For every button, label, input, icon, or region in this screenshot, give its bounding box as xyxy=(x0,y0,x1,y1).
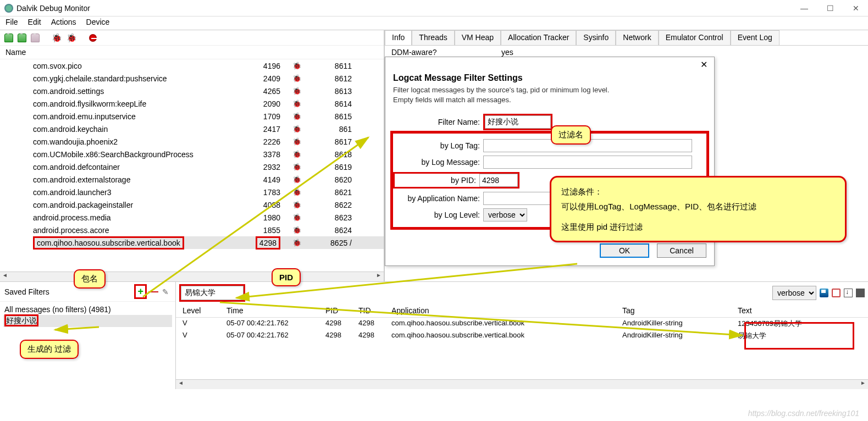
pid-label: by PID: xyxy=(395,176,476,185)
log-msg-input[interactable] xyxy=(483,156,692,169)
col-text: Text xyxy=(734,305,865,316)
process-row[interactable]: com.UCMobile.x86:SearchBackgroundProcess… xyxy=(33,148,384,160)
log-level-select[interactable]: verbose xyxy=(483,208,527,221)
annotation-big-line1: 过滤条件： xyxy=(561,184,835,199)
scroll-lock-icon[interactable] xyxy=(844,289,853,297)
add-filter-icon[interactable]: + xyxy=(134,284,147,299)
tab-info[interactable]: Info xyxy=(385,30,412,45)
log-level-label: by Log Level: xyxy=(393,210,480,219)
dialog-subtitle-1: Filter logcat messages by the source's t… xyxy=(385,85,714,95)
dialog-close-icon[interactable]: ✕ xyxy=(698,59,710,70)
annotation-gen-filter: 生成的 过滤 xyxy=(20,340,79,359)
cancel-button[interactable]: Cancel xyxy=(657,243,706,258)
edit-filter-icon[interactable]: ✎ xyxy=(160,287,171,296)
dialog-title: Logcat Message Filter Settings xyxy=(385,72,714,85)
app-name-label: by Application Name: xyxy=(393,194,480,203)
dialog-subtitle-2: Empty fields will match all messages. xyxy=(385,95,714,105)
device-icon[interactable] xyxy=(4,34,13,42)
col-level: Level xyxy=(179,305,223,316)
stop-icon[interactable] xyxy=(89,34,97,42)
process-row[interactable]: com.ygkj.chelaile.standard:pushservice24… xyxy=(33,72,384,85)
maximize-button[interactable]: ☐ xyxy=(822,3,838,14)
filter-name-label: Filter Name: xyxy=(393,118,480,126)
filter-name-input[interactable] xyxy=(485,115,551,129)
watermark: https://blog.csdn.net/freeking101 xyxy=(748,409,859,418)
process-row[interactable]: com.android.settings4265🐞8613 xyxy=(33,85,384,97)
annotation-pkg: 包名 xyxy=(74,269,106,289)
annotation-text-highlight xyxy=(744,322,854,350)
col-tid: TID xyxy=(355,305,388,316)
process-row[interactable]: com.android.emu.inputservice1709🐞8615 xyxy=(33,110,384,123)
device-icon-2[interactable] xyxy=(18,34,26,42)
process-row[interactable]: com.wandoujia.phoenix22226🐞8617 xyxy=(33,135,384,148)
process-row[interactable]: com.qihoo.haosou.subscribe.vertical.book… xyxy=(33,236,384,249)
process-row[interactable]: com.android.keychain2417🐞861 xyxy=(33,123,384,135)
export-log-icon[interactable] xyxy=(856,289,865,297)
col-tag: Tag xyxy=(619,305,734,316)
log-table-header: Level Time PID TID Application Tag Text xyxy=(176,304,868,318)
tab-allocation-tracker[interactable]: Allocation Tracker xyxy=(501,30,576,45)
annotation-filter-name: 过滤名 xyxy=(551,125,591,145)
annotation-big-line3: 这里使用 pid 进行过滤 xyxy=(561,219,835,234)
save-log-icon[interactable] xyxy=(820,289,828,297)
ddm-aware-label: DDM-aware? xyxy=(391,48,501,57)
tab-sysinfo[interactable]: Sysinfo xyxy=(576,30,616,45)
log-search-extend[interactable] xyxy=(248,286,769,300)
log-scrollbar-x[interactable] xyxy=(176,379,868,389)
process-row[interactable]: com.svox.pico4196🐞8611 xyxy=(33,59,384,72)
log-level-filter[interactable]: verbose xyxy=(772,286,816,300)
debug-icon-2[interactable]: 🐞 xyxy=(67,33,77,43)
process-row[interactable]: android.process.media1980🐞8623 xyxy=(33,211,384,224)
process-row[interactable]: com.android.defcontainer2932🐞8619 xyxy=(33,160,384,173)
tab-event-log[interactable]: Event Log xyxy=(731,30,779,45)
ok-button[interactable]: OK xyxy=(600,243,649,258)
process-row[interactable]: com.android.externalstorage4149🐞8620 xyxy=(33,173,384,186)
remove-filter-icon[interactable]: — xyxy=(147,286,160,297)
device-icon-off[interactable] xyxy=(31,34,40,42)
tab-threads[interactable]: Threads xyxy=(412,30,454,45)
window-titlebar: Dalvik Debug Monitor — ☐ ✕ xyxy=(0,0,868,16)
tab-vm-heap[interactable]: VM Heap xyxy=(455,30,501,45)
minimize-button[interactable]: — xyxy=(796,3,812,14)
annotation-big-line2: 可以使用LogTag、LogMessage、PID、包名进行过滤 xyxy=(561,199,835,214)
col-pid: PID xyxy=(322,305,355,316)
window-title: Dalvik Debug Monitor xyxy=(16,4,796,13)
col-time: Time xyxy=(223,305,322,316)
process-list[interactable]: com.svox.pico4196🐞8611com.ygkj.chelaile.… xyxy=(0,59,384,263)
log-tag-label: by Log Tag: xyxy=(393,141,480,150)
annotation-big: 过滤条件： 可以使用LogTag、LogMessage、PID、包名进行过滤 这… xyxy=(550,176,847,242)
menu-file[interactable]: File xyxy=(5,18,18,29)
tab-emulator-control[interactable]: Emulator Control xyxy=(659,30,731,45)
menubar: File Edit Actions Device xyxy=(0,16,868,30)
right-tabs: InfoThreadsVM HeapAllocation TrackerSysi… xyxy=(385,30,868,46)
pid-input[interactable] xyxy=(479,174,518,187)
close-button[interactable]: ✕ xyxy=(848,3,864,14)
process-toolbar: 🐞 🐞 xyxy=(0,30,384,46)
clear-log-icon[interactable] xyxy=(832,289,841,297)
process-scrollbar-x[interactable] xyxy=(0,272,384,281)
saved-filters-label: Saved Filters xyxy=(4,287,134,296)
process-row[interactable]: android.process.acore1855🐞8624 xyxy=(33,224,384,236)
process-row[interactable]: com.android.launcher31783🐞8621 xyxy=(33,186,384,198)
menu-actions[interactable]: Actions xyxy=(51,18,76,29)
ddm-aware-value: yes xyxy=(501,48,513,57)
log-search-input[interactable] xyxy=(181,286,244,300)
debug-icon[interactable]: 🐞 xyxy=(52,33,62,43)
menu-device[interactable]: Device xyxy=(86,18,110,29)
process-row[interactable]: com.android.flysilkworm:keepLife2090🐞861… xyxy=(33,97,384,110)
menu-edit[interactable]: Edit xyxy=(28,18,41,29)
process-table-header: Name xyxy=(0,46,384,59)
process-row[interactable]: com.android.packageinstaller4088🐞8622 xyxy=(33,198,384,211)
log-msg-label: by Log Message: xyxy=(393,158,480,167)
filter-all-messages[interactable]: All messages (no filters) (4981) xyxy=(3,304,172,315)
filter-item[interactable]: 好搜小说 xyxy=(4,314,38,326)
col-app: Application xyxy=(388,305,619,316)
app-icon xyxy=(4,4,13,13)
annotation-pid: PID xyxy=(272,268,301,286)
tab-network[interactable]: Network xyxy=(616,30,658,45)
